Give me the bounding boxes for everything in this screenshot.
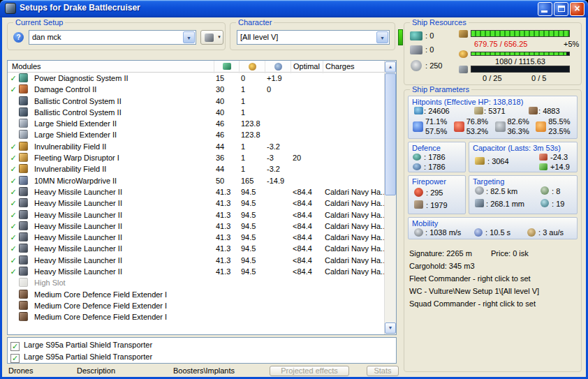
module-icon xyxy=(19,232,28,241)
module-row[interactable]: ✓Heavy Missile Launcher II41.394.5<84.4C… xyxy=(8,198,384,209)
module-row[interactable]: ✓Invulnerability Field II441-3.2 xyxy=(8,163,384,174)
modules-column-header[interactable]: Modules xyxy=(8,61,214,73)
scroll-down-icon[interactable]: ▼ xyxy=(385,322,396,334)
module-row[interactable]: Medium Core Defence Field Extender I xyxy=(8,300,384,311)
stats-button[interactable]: Stats xyxy=(367,366,399,376)
module-active-check-icon: ✓ xyxy=(8,221,19,232)
module-powergrid-value: 94.5 xyxy=(239,221,265,232)
module-row[interactable]: ✓Heavy Missile Launcher II41.394.5<84.4C… xyxy=(8,232,384,243)
scroll-up-icon[interactable]: ▲ xyxy=(385,61,396,73)
wing-commander-text[interactable]: WC - Vulture\New Setup 1\[All level V] xyxy=(409,287,578,299)
chevron-down-icon[interactable]: ▼ xyxy=(183,31,195,43)
firepower-panel: Firepower 295 1979 xyxy=(408,175,466,214)
explosive-armor-resist-value: 23.5% xyxy=(548,127,570,135)
ship-resources-label: Ship Resources xyxy=(410,18,469,27)
module-row[interactable]: ✓Invulnerability Field II441-3.2 xyxy=(8,141,384,152)
module-name: Invulnerability Field II xyxy=(31,141,214,152)
minimize-icon xyxy=(541,10,547,13)
module-icon xyxy=(19,107,28,117)
module-row[interactable]: Medium Core Defence Field Extender I xyxy=(8,289,384,300)
character-combobox[interactable]: [All level V] ▼ xyxy=(237,30,390,45)
module-row[interactable]: ✓Fleeting Warp Disruptor I361-320 xyxy=(8,152,384,163)
module-cap-value: -14.9 xyxy=(265,175,291,186)
module-row[interactable]: ✓Heavy Missile Launcher II41.394.5<84.4C… xyxy=(8,243,384,254)
setup-combobox[interactable]: dan mck ▼ xyxy=(29,30,196,45)
module-row[interactable]: ✓Damage Control II3010 xyxy=(8,84,384,95)
shield-hp-value: 24606 xyxy=(424,107,450,115)
module-row[interactable]: Large Shield Extender II46123.8 xyxy=(8,118,384,129)
module-name: Medium Core Defence Field Extender I xyxy=(31,289,214,300)
module-row[interactable]: Ballistic Control System II401 xyxy=(8,107,384,118)
app-icon xyxy=(5,3,16,14)
module-charges-value xyxy=(323,163,384,174)
charges-column-header[interactable]: Charges xyxy=(323,61,384,73)
modules-list: ✓Power Diagnostic System II150+1.9✓Damag… xyxy=(8,73,384,334)
module-charges-value xyxy=(323,152,384,163)
maximize-button[interactable] xyxy=(554,2,568,16)
drones-value: 0 / 5 xyxy=(531,74,546,82)
chevron-down-icon[interactable]: ▼ xyxy=(376,31,388,43)
bottom-bar: DronesDescriptionBoosters\Implants Proje… xyxy=(2,366,399,377)
module-row[interactable]: ✓Power Diagnostic System II150+1.9 xyxy=(8,73,384,84)
powergrid-column-header[interactable] xyxy=(239,61,265,73)
dronebay-value: 0 / 25 xyxy=(483,74,502,82)
module-row[interactable]: Medium Core Defence Field Extender I xyxy=(8,311,384,322)
minimize-button[interactable] xyxy=(538,2,552,16)
module-cap-value: -3.2 xyxy=(265,163,291,174)
module-powergrid-value: 1 xyxy=(239,152,265,163)
module-cpu-value: 44 xyxy=(214,163,239,174)
module-checkbox[interactable]: ✓ xyxy=(10,354,20,363)
module-powergrid-value: 94.5 xyxy=(239,209,265,221)
module-row[interactable]: ✓Heavy Missile Launcher II41.394.5<84.4C… xyxy=(8,266,384,277)
max-velocity-value: 1038 m/s xyxy=(425,228,461,237)
projected-effects-button[interactable]: Projected effects xyxy=(270,366,349,376)
capacitor-usage-icon xyxy=(539,154,547,161)
module-name: Fleeting Warp Disruptor I xyxy=(31,152,214,163)
scrollbar-thumb[interactable] xyxy=(385,73,396,195)
module-charges-value xyxy=(323,129,384,140)
align-time-value: 10.5 s xyxy=(485,228,510,237)
targeting-range-icon xyxy=(475,186,484,195)
tab-drones[interactable]: Drones xyxy=(8,366,33,375)
optimal-column-header[interactable]: Optimal xyxy=(291,61,323,73)
module-icon xyxy=(19,278,28,287)
module-active-check-icon: ✓ xyxy=(8,243,19,254)
cpu-column-header[interactable] xyxy=(214,61,239,73)
modules-scrollbar[interactable]: ▲ ▼ xyxy=(384,61,396,334)
module-charges-value xyxy=(323,289,384,300)
module-row[interactable]: ✓Heavy Missile Launcher II41.394.5<84.4C… xyxy=(8,209,384,221)
module-row[interactable]: Large Shield Extender II46123.8 xyxy=(8,129,384,140)
module-cpu-value: 36 xyxy=(214,152,239,163)
dps-icon xyxy=(414,188,423,197)
module-name: Large Shield Extender II xyxy=(31,129,214,140)
setup-tools-button[interactable]: ▼ xyxy=(200,30,223,45)
module-checkbox[interactable]: ✓ xyxy=(10,342,20,351)
close-button[interactable]: × xyxy=(570,2,585,16)
extra-module-row[interactable]: ✓Large S95a Partial Shield Transporter xyxy=(10,351,396,363)
module-row[interactable]: ✓Heavy Missile Launcher II41.394.5<84.4C… xyxy=(8,186,384,198)
targeting-panel: Targeting 82.5 km 8 268.1 mm 19 xyxy=(469,175,578,214)
module-cap-value: +1.9 xyxy=(265,73,291,84)
module-row[interactable]: Ballistic Control System II401 xyxy=(8,96,384,107)
module-row[interactable]: ✓Heavy Missile Launcher II41.394.5<84.4C… xyxy=(8,221,384,232)
tab-boosters-implants[interactable]: Boosters\Implants xyxy=(173,366,235,375)
module-cpu-value: 41.3 xyxy=(214,186,239,198)
titlebar[interactable]: Setups for Drake Battlecruiser × xyxy=(0,0,588,17)
help-icon[interactable]: ? xyxy=(13,32,24,43)
extra-module-row[interactable]: ✓Large S95a Partial Shield Transporter xyxy=(10,339,396,351)
firepower-label: Firepower xyxy=(409,176,465,186)
cpu-icon xyxy=(459,30,468,38)
module-row[interactable]: High Slot xyxy=(8,277,384,288)
fleet-commander-text[interactable]: Fleet Commander - right click to set xyxy=(409,274,578,287)
module-icon xyxy=(19,255,28,265)
capacitor-column-header[interactable] xyxy=(265,61,291,73)
tab-description[interactable]: Description xyxy=(77,366,115,375)
module-cpu-value: 40 xyxy=(214,107,239,118)
module-cap-value: -3 xyxy=(265,152,291,163)
module-row[interactable]: ✓Heavy Missile Launcher II41.394.5<84.4C… xyxy=(8,255,384,266)
module-row[interactable]: ✓10MN MicroWarpdrive II50165-14.9 xyxy=(8,175,384,186)
module-optimal-value xyxy=(291,96,323,107)
squad-commander-text[interactable]: Squad Commander - right click to set xyxy=(409,299,578,312)
module-cap-value xyxy=(265,311,291,322)
ship-resources-group: Ship Resources 0 0 250 679.75 / 656.25 +… xyxy=(404,22,582,85)
